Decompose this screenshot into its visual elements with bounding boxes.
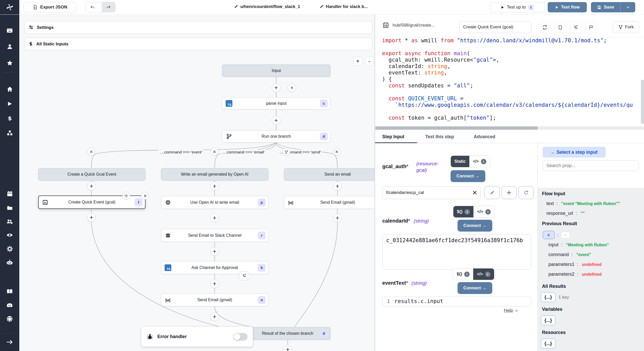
connect-button-gcal-auth[interactable]: Connect → — [451, 170, 485, 182]
edit-resource-button[interactable] — [485, 186, 499, 199]
undo-button[interactable] — [86, 2, 99, 12]
branch-condition-event[interactable]: ....command === 'event' — [158, 150, 204, 155]
error-handler-toggle[interactable] — [233, 333, 248, 341]
javascript-mode-segment[interactable]: </>i — [473, 268, 494, 280]
template-mode-segment[interactable]: ${}i — [453, 268, 473, 280]
prop-row-parameters2[interactable]: parameters2 undefined — [548, 272, 602, 277]
step-id-badge[interactable]: c — [543, 231, 555, 239]
insert-step-button[interactable] — [272, 83, 281, 92]
runs-play-icon[interactable] — [6, 100, 13, 107]
prop-row-input[interactable]: input "Meeting with Ruben" — [548, 242, 609, 248]
javascript-mode-segment[interactable]: </>i — [469, 156, 490, 167]
insert-step-button[interactable] — [210, 312, 219, 321]
step-name-input[interactable] — [459, 21, 531, 33]
prop-row-text[interactable]: text "event "Meeting with Ruben"" — [546, 201, 620, 206]
insert-step-button[interactable] — [210, 247, 219, 256]
home-icon[interactable] — [6, 86, 13, 93]
collapse-arrow-right-icon[interactable] — [6, 339, 13, 346]
flow-input-node[interactable]: Input — [222, 64, 331, 77]
favorites-star-icon[interactable] — [6, 59, 13, 66]
insert-step-button[interactable] — [272, 116, 281, 125]
flow-canvas[interactable]: Settings $ All Static Inputs + - — [19, 14, 375, 351]
flow-summary-breadcrumb[interactable]: Handler for slack b... — [319, 4, 368, 9]
prop-row-parameters1[interactable]: parameters1 undefined — [548, 262, 602, 267]
workspace-apps-icon[interactable] — [6, 27, 13, 34]
insert-step-button[interactable] — [333, 182, 342, 191]
test-up-to-button[interactable]: Test up to t — [490, 2, 545, 12]
prop-row-command[interactable]: command "event" — [548, 252, 591, 257]
connect-button-calendar-id[interactable]: Connect → — [457, 220, 492, 232]
collapse-button[interactable]: - — [561, 232, 570, 239]
suspend-approval-button[interactable] — [570, 22, 581, 33]
fork-button[interactable]: Fork — [613, 21, 639, 33]
branch-header-gcal[interactable]: Create a Quick Gcal Event — [38, 168, 146, 181]
info-icon[interactable]: i — [464, 209, 470, 215]
help-link[interactable]: Help — [504, 308, 519, 313]
info-icon[interactable]: i — [485, 209, 491, 215]
save-button[interactable]: Save — [591, 5, 620, 10]
tab-step-input[interactable]: Step Input — [382, 134, 404, 140]
code-vscrollbar-thumb[interactable] — [641, 80, 644, 124]
info-icon[interactable]: i — [464, 272, 470, 277]
branch-result-node[interactable]: Result of the chosen branch d — [245, 327, 331, 340]
resources-object-badge[interactable]: {...} — [541, 339, 555, 348]
openai-step-node[interactable]: Use Open AI to write email p — [161, 196, 268, 209]
variables-dollar-icon[interactable]: $ — [6, 115, 13, 122]
delete-branch-button[interactable] — [87, 148, 95, 156]
clear-x-icon[interactable] — [473, 191, 477, 195]
delete-branch-button[interactable] — [210, 148, 218, 156]
insert-step-button[interactable] — [210, 182, 219, 191]
branch-header-send[interactable]: Send an email — [284, 168, 375, 181]
windmill-logo[interactable] — [0, 0, 19, 14]
calendar-id-textarea[interactable]: c_0312442e881ae6fcf1dec23f54916a389f1c17… — [382, 234, 531, 270]
static-mode-segment[interactable]: Static — [451, 156, 469, 167]
flow-path-breadcrumb[interactable]: u/henricourdent/flow_slack_1 — [234, 4, 300, 9]
early-stop-flag-button[interactable] — [586, 22, 597, 33]
prop-row-response-url[interactable]: response_url "" — [546, 211, 584, 216]
gmail-step-node-right[interactable]: Send Email (gmail) — [284, 196, 375, 209]
settings-gear-icon[interactable] — [6, 245, 13, 252]
insert-step-button[interactable] — [87, 182, 96, 191]
export-json-button[interactable]: Export JSON — [24, 2, 76, 12]
branch-condition-email[interactable]: ....command === 'email' — [221, 150, 266, 155]
retry-settings-button[interactable] — [539, 22, 550, 33]
branch-header-email[interactable]: Write an email generated by Open AI — [161, 168, 268, 181]
move-node-handle[interactable] — [122, 192, 130, 200]
ai-robot-icon[interactable] — [6, 259, 13, 266]
trigger-bolt-button[interactable] — [287, 83, 296, 92]
info-icon[interactable]: i — [481, 159, 486, 164]
javascript-mode-segment[interactable]: </>i — [473, 206, 494, 217]
schedules-calendar-icon[interactable] — [6, 190, 13, 197]
groups-users-icon[interactable] — [6, 218, 13, 225]
docs-book-icon[interactable] — [6, 288, 13, 295]
resources-boxes-icon[interactable] — [6, 129, 13, 136]
insert-step-button[interactable] — [210, 214, 219, 222]
resource-input-gcal-auth[interactable]: f/calendar/escp_cal — [382, 186, 481, 199]
user-icon[interactable] — [6, 43, 13, 50]
tab-test-this-step[interactable]: Test this step — [425, 134, 454, 140]
suspend-approval-button[interactable] — [239, 271, 249, 280]
redo-button[interactable] — [102, 2, 115, 12]
prop-search-input[interactable] — [543, 160, 639, 171]
add-resource-button[interactable] — [502, 186, 516, 199]
parse-input-node[interactable]: TS parse input c — [222, 97, 331, 110]
discord-icon[interactable] — [6, 302, 13, 309]
insert-step-button[interactable] — [210, 279, 219, 288]
variables-object-badge[interactable]: {...} — [541, 315, 555, 325]
delete-branch-button[interactable] — [333, 148, 341, 156]
code-hscrollbar-thumb[interactable] — [375, 126, 538, 130]
all-results-object-badge[interactable]: {...} — [541, 292, 555, 302]
test-flow-button[interactable]: Test flow — [548, 2, 587, 12]
code-editor[interactable]: import * as wmill from "https://deno.lan… — [375, 37, 644, 129]
delete-node-button[interactable] — [141, 192, 149, 200]
info-icon[interactable]: i — [485, 272, 490, 277]
refresh-resource-button[interactable] — [519, 186, 533, 199]
connect-button-event-text[interactable]: Connect → — [457, 282, 492, 294]
add-branch-button[interactable] — [282, 148, 290, 156]
template-mode-segment[interactable]: ${}i — [453, 206, 473, 217]
select-step-input-button[interactable]: ← Select a step input — [543, 147, 606, 158]
save-dropdown-button[interactable] — [621, 5, 635, 9]
github-icon[interactable] — [6, 315, 13, 322]
insert-step-button[interactable] — [87, 213, 96, 222]
watch-eye-icon[interactable] — [6, 232, 13, 239]
